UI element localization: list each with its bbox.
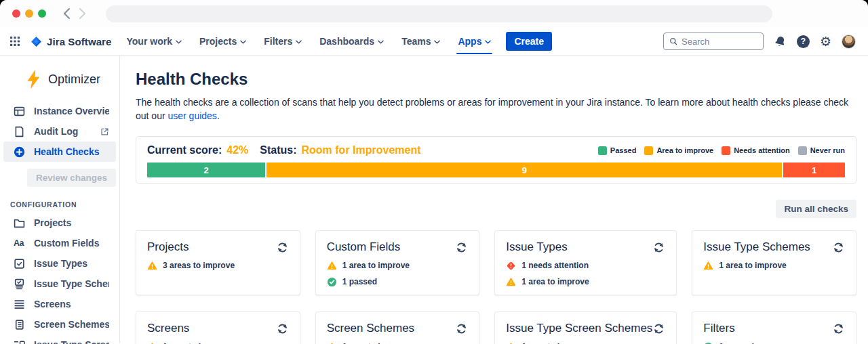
card-status: 1 area to improve (506, 276, 665, 288)
jira-home-link[interactable]: Jira Software (30, 35, 112, 48)
refresh-icon[interactable] (276, 241, 289, 254)
nav-apps[interactable]: Apps (458, 27, 491, 56)
warning-icon (327, 342, 337, 344)
screens-icon (14, 299, 25, 310)
refresh-icon[interactable] (455, 241, 468, 254)
card-issue-type-schemes[interactable]: Issue Type Schemes 1 area to improve (692, 230, 856, 295)
success-icon (703, 342, 713, 344)
legend-needs-attention: Needs attention (722, 146, 790, 155)
screen-schemes-icon (14, 319, 25, 330)
refresh-icon[interactable] (652, 322, 665, 335)
sidebar-item-health-checks[interactable]: Health Checks (3, 142, 116, 162)
card-filters[interactable]: Filters 1 passed (692, 311, 856, 344)
passed-swatch (598, 146, 607, 155)
folder-icon (14, 217, 25, 229)
card-projects[interactable]: Projects 3 areas to improve (136, 230, 300, 295)
browser-forward-icon[interactable] (78, 7, 87, 20)
refresh-icon[interactable] (276, 322, 289, 335)
url-bar[interactable] (106, 5, 772, 22)
card-status: 1 passed (703, 341, 845, 344)
window-controls (12, 9, 46, 18)
card-title: Issue Type Schemes (703, 240, 810, 254)
issue-type-schemes-icon (14, 278, 25, 290)
custom-fields-icon: Aa (14, 238, 25, 248)
legend-never-run: Never run (798, 146, 845, 155)
search-input[interactable] (682, 37, 757, 47)
sidebar-item-issue-type-screen-schemes[interactable]: Issue Type Screen Sche... (3, 335, 116, 344)
settings-gear-icon[interactable]: ⚙ (820, 35, 831, 48)
brand-name: Jira Software (47, 36, 112, 47)
refresh-icon[interactable] (832, 241, 845, 254)
review-changes-button[interactable]: Review changes (27, 169, 116, 187)
external-link-icon (100, 127, 109, 136)
card-screen-schemes[interactable]: Screen Schemes 1 area to improve (315, 311, 480, 344)
configuration-section-label: CONFIGURATION (10, 200, 119, 209)
warning-icon (147, 261, 157, 271)
chevron-down-icon (296, 40, 302, 44)
top-nav-items: Your work Projects Filters Dashboards Te… (127, 27, 492, 56)
lightning-bolt-icon (26, 70, 41, 89)
help-icon[interactable]: ? (797, 35, 810, 48)
close-window-button[interactable] (12, 9, 20, 18)
app-title: Optimizer (48, 72, 100, 87)
sidebar-item-issue-type-schemes[interactable]: Issue Type Schemes (3, 274, 116, 294)
user-guides-link[interactable]: user guides (167, 110, 216, 121)
current-score-label: Current score: (147, 144, 222, 156)
issue-type-screen-schemes-icon (14, 339, 25, 344)
sidebar-item-issue-types[interactable]: Issue Types (3, 253, 116, 274)
warning-icon (506, 277, 516, 287)
notifications-icon[interactable] (774, 35, 787, 48)
nav-projects[interactable]: Projects (199, 27, 246, 56)
refresh-icon[interactable] (455, 322, 468, 335)
card-custom-fields[interactable]: Custom Fields 1 area to improve 1 passed (315, 230, 480, 295)
app-switcher-icon[interactable] (9, 36, 20, 47)
user-avatar[interactable] (842, 35, 856, 49)
never-run-swatch (798, 146, 807, 155)
nav-teams[interactable]: Teams (401, 27, 440, 56)
current-score-value: 42% (226, 144, 248, 156)
health-check-cards: Projects 3 areas to improve Custom Field… (136, 230, 856, 344)
sidebar-item-custom-fields[interactable]: Aa Custom Fields (3, 233, 116, 253)
card-status: 1 needs attention (506, 259, 665, 272)
card-status: 1 area to improve (506, 341, 665, 344)
audit-log-icon (14, 126, 25, 137)
refresh-icon[interactable] (832, 322, 845, 335)
score-legend: Passed Area to improve Needs attention N… (598, 146, 845, 155)
card-screens[interactable]: Screens 1 area to improve (136, 311, 300, 344)
warning-icon (703, 261, 713, 271)
card-title: Projects (147, 240, 189, 254)
warning-icon (147, 342, 157, 344)
nav-dashboards[interactable]: Dashboards (319, 27, 384, 56)
page-description: The health checks are a collection of sc… (136, 95, 856, 123)
nav-your-work[interactable]: Your work (127, 27, 182, 56)
search-box[interactable] (663, 33, 764, 50)
sidebar-item-screens[interactable]: Screens (3, 294, 116, 314)
maximize-window-button[interactable] (38, 9, 46, 18)
card-status: 1 area to improve (327, 341, 469, 344)
issue-types-icon (14, 258, 25, 270)
sidebar-item-audit-log[interactable]: Audit Log (3, 121, 116, 142)
card-title: Filters (703, 322, 734, 335)
sidebar-item-instance-overview[interactable]: Instance Overview (3, 101, 116, 121)
score-bar: 2 9 1 (147, 163, 845, 177)
card-title: Screen Schemes (327, 322, 414, 335)
card-title: Screens (147, 322, 189, 335)
card-title: Issue Type Screen Schemes (506, 322, 652, 335)
browser-chrome (0, 0, 868, 27)
card-issue-type-screen-schemes[interactable]: Issue Type Screen Schemes 1 area to impr… (494, 311, 677, 344)
nav-filters[interactable]: Filters (264, 27, 302, 56)
card-status: 3 areas to improve (147, 259, 289, 272)
create-button[interactable]: Create (506, 32, 552, 51)
minimize-window-button[interactable] (25, 9, 33, 18)
search-icon (669, 37, 677, 46)
sidebar-item-screen-schemes[interactable]: Screen Schemes (3, 314, 116, 335)
run-all-checks-button[interactable]: Run all checks (776, 200, 856, 218)
browser-back-icon[interactable] (62, 7, 71, 20)
refresh-icon[interactable] (652, 241, 665, 254)
card-issue-types[interactable]: Issue Types 1 needs attention 1 area to … (494, 230, 677, 295)
chevron-down-icon (378, 40, 384, 44)
error-icon (506, 261, 516, 271)
sidebar-item-projects[interactable]: Projects (3, 213, 116, 233)
card-title: Issue Types (506, 240, 567, 254)
optimizer-app-header: Optimizer (0, 67, 119, 101)
